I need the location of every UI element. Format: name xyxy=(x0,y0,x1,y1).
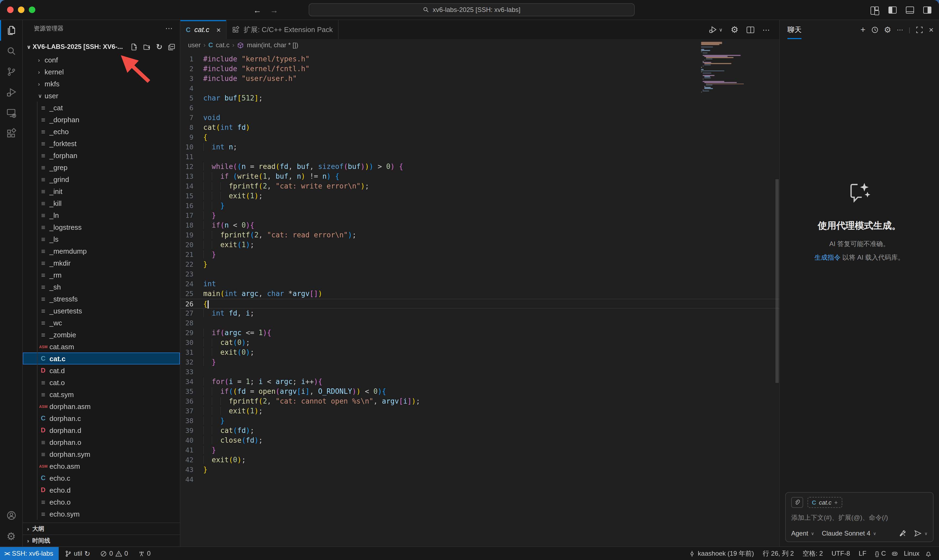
tree-item-_cat[interactable]: ≡_cat xyxy=(23,102,180,114)
forward-arrow-icon[interactable]: → xyxy=(270,5,278,14)
code-line-37[interactable]: 37 exit(1); xyxy=(180,406,779,416)
code-line-31[interactable]: 31 exit(0); xyxy=(180,348,779,357)
eol-item[interactable]: LF xyxy=(856,547,869,560)
back-arrow-icon[interactable]: ← xyxy=(253,5,262,14)
tree-item-_ln[interactable]: ≡_ln xyxy=(23,209,180,221)
tree-item-echo.o[interactable]: ≡echo.o xyxy=(23,496,180,508)
tree-item-dorphan.asm[interactable]: ASMdorphan.asm xyxy=(23,400,180,412)
chat-history-icon[interactable] xyxy=(871,26,878,34)
code-line-6[interactable]: 6 xyxy=(180,103,779,113)
tree-item-cat.o[interactable]: ≡cat.o xyxy=(23,376,180,388)
breadcrumb[interactable]: user › C cat.c › main(int, char * []) xyxy=(180,39,779,51)
tree-item-_grep[interactable]: ≡_grep xyxy=(23,161,180,173)
code-line-21[interactable]: 21 } xyxy=(180,250,779,260)
code-line-9[interactable]: 9{ xyxy=(180,132,779,142)
tree-item-_dorphan[interactable]: ≡_dorphan xyxy=(23,114,180,125)
new-folder-icon[interactable] xyxy=(143,43,151,51)
attach-context-button[interactable] xyxy=(791,497,803,508)
zoom-window-button[interactable] xyxy=(29,6,35,13)
code-line-40[interactable]: 40 close(fd); xyxy=(180,435,779,445)
activity-bar-account-icon[interactable] xyxy=(0,505,22,526)
code-line-2[interactable]: 2#include "kernel/fcntl.h" xyxy=(180,64,779,74)
tree-item-_stressfs[interactable]: ≡_stressfs xyxy=(23,293,180,305)
customize-layout-icon[interactable] xyxy=(871,6,879,13)
tree-item-_echo[interactable]: ≡_echo xyxy=(23,125,180,137)
code-line-28[interactable]: 28 xyxy=(180,318,779,328)
tree-item-cat.asm[interactable]: ASMcat.asm xyxy=(23,340,180,352)
code-line-23[interactable]: 23 xyxy=(180,269,779,279)
encoding-item[interactable]: UTF-8 xyxy=(829,547,853,560)
problems-item[interactable]: 0 0 xyxy=(97,547,131,560)
toggle-panel-icon[interactable] xyxy=(906,6,914,13)
code-line-44[interactable]: 44 xyxy=(180,475,779,485)
editor-scrollbar[interactable] xyxy=(776,179,779,383)
tree-item-cat.sym[interactable]: ≡cat.sym xyxy=(23,388,180,400)
split-editor-icon[interactable] xyxy=(747,26,754,33)
code-line-26[interactable]: 26{ xyxy=(180,299,779,309)
tree-item-conf[interactable]: ›conf xyxy=(23,54,180,66)
tree-item-mkfs[interactable]: ›mkfs xyxy=(23,78,180,89)
tree-item-_init[interactable]: ≡_init xyxy=(23,185,180,197)
tree-item-echo.c[interactable]: Cecho.c xyxy=(23,472,180,484)
code-line-17[interactable]: 17 } xyxy=(180,211,779,220)
git-blame-item[interactable]: kaashoek (19 年前) xyxy=(686,547,757,560)
activity-bar-source-control-icon[interactable] xyxy=(0,62,22,82)
tools-icon[interactable] xyxy=(899,529,907,537)
copilot-item[interactable] xyxy=(889,547,901,560)
chat-input-placeholder[interactable]: 添加上下文(#)、扩展(@)、命令(/) xyxy=(791,513,928,523)
chat-input-box[interactable]: C cat.c + 添加上下文(#)、扩展(@)、命令(/) Agent ∨ C… xyxy=(785,492,934,542)
tree-item-dorphan.sym[interactable]: ≡dorphan.sym xyxy=(23,448,180,460)
workspace-root-row[interactable]: ∨ XV6-LABS-2025 [SSH: XV6-... ↻ xyxy=(23,41,180,53)
tree-item-dorphan.c[interactable]: Cdorphan.c xyxy=(23,412,180,424)
generate-instructions-link[interactable]: 生成指令 xyxy=(814,254,840,261)
indentation-item[interactable]: 空格: 2 xyxy=(800,547,826,560)
code-line-11[interactable]: 11 xyxy=(180,152,779,162)
code-line-32[interactable]: 32 } xyxy=(180,357,779,367)
code-line-42[interactable]: 42 exit(0); xyxy=(180,455,779,465)
tree-item-user[interactable]: ∨user xyxy=(23,89,180,102)
minimap[interactable] xyxy=(701,42,744,94)
editor-settings-gear-icon[interactable]: ⚙ xyxy=(731,25,739,35)
tree-item-dorphan.o[interactable]: ≡dorphan.o xyxy=(23,436,180,448)
activity-bar-extensions-icon[interactable] xyxy=(0,123,22,144)
code-line-15[interactable]: 15 exit(1); xyxy=(180,191,779,201)
tab-extension-pack[interactable]: 扩展: C/C++ Extension Pack xyxy=(227,20,339,39)
breadcrumb-symbol[interactable]: main(int, char * []) xyxy=(247,41,298,49)
tree-item-_mkdir[interactable]: ≡_mkdir xyxy=(23,257,180,269)
tree-item-_memdump[interactable]: ≡_memdump xyxy=(23,245,180,257)
code-line-27[interactable]: 27 int fd, i; xyxy=(180,309,779,318)
code-line-24[interactable]: 24int xyxy=(180,279,779,289)
code-editor[interactable]: 1#include "kernel/types.h"2#include "ker… xyxy=(180,51,779,546)
code-line-5[interactable]: 5char buf[512]; xyxy=(180,94,779,103)
activity-bar-run-debug-icon[interactable] xyxy=(0,82,22,103)
tree-item-_grind[interactable]: ≡_grind xyxy=(23,173,180,185)
chat-tab[interactable]: 聊天 xyxy=(787,25,802,39)
os-item[interactable]: Linux xyxy=(901,547,922,560)
new-file-icon[interactable] xyxy=(130,43,138,51)
code-line-43[interactable]: 43} xyxy=(180,465,779,475)
tab-cat-c[interactable]: C cat.c × xyxy=(180,20,227,39)
tree-item-cat.d[interactable]: Dcat.d xyxy=(23,365,180,376)
git-branch-item[interactable]: util ↻ xyxy=(62,547,93,560)
close-chat-icon[interactable]: × xyxy=(929,25,934,34)
tree-item-echo.asm[interactable]: ASMecho.asm xyxy=(23,460,180,472)
chat-more-actions-icon[interactable]: ⋯ xyxy=(897,26,903,34)
tree-item-_forphan[interactable]: ≡_forphan xyxy=(23,149,180,161)
tree-item-cat.c[interactable]: Ccat.c xyxy=(23,352,180,365)
code-line-13[interactable]: 13 if (write(1, buf, n) != n) { xyxy=(180,172,779,182)
maximize-chat-icon[interactable] xyxy=(916,26,923,34)
tree-item-_wc[interactable]: ≡_wc xyxy=(23,317,180,329)
tree-item-echo.sym[interactable]: ≡echo.sym xyxy=(23,508,180,520)
code-line-8[interactable]: 8cat(int fd) xyxy=(180,123,779,132)
agent-mode-dropdown[interactable]: Agent xyxy=(791,529,808,537)
tree-item-_kill[interactable]: ≡_kill xyxy=(23,197,180,209)
tree-item-_rm[interactable]: ≡_rm xyxy=(23,269,180,281)
breadcrumb-file[interactable]: cat.c xyxy=(216,41,229,49)
context-chip-cat-c[interactable]: C cat.c + xyxy=(808,497,842,508)
activity-bar-remote-explorer-icon[interactable] xyxy=(0,103,22,123)
model-dropdown[interactable]: Claude Sonnet 4 xyxy=(822,529,870,537)
toggle-primary-sidebar-icon[interactable] xyxy=(888,6,897,13)
code-line-29[interactable]: 29 if(argc <= 1){ xyxy=(180,328,779,338)
tree-item-_ls[interactable]: ≡_ls xyxy=(23,233,180,245)
chat-settings-gear-icon[interactable]: ⚙ xyxy=(884,25,891,34)
